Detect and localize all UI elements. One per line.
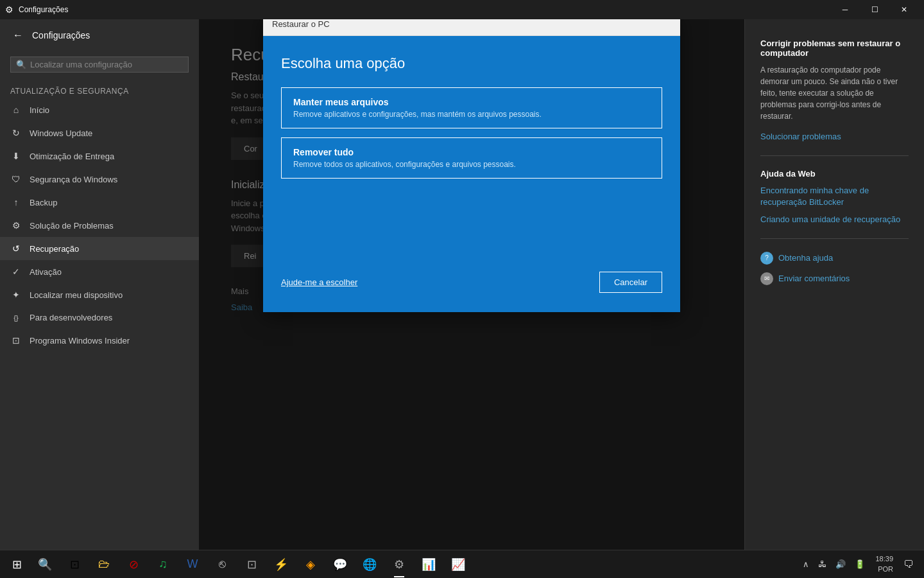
taskbar-cancel-icon[interactable]: ⊘	[119, 550, 148, 579]
back-button[interactable]: ←	[10, 27, 26, 44]
shield-icon: 🛡	[10, 174, 22, 184]
right-panel-divider-2	[760, 238, 909, 239]
sidebar-label-ativacao: Ativação	[30, 267, 62, 277]
minimize-button[interactable]: ─	[830, 0, 860, 19]
get-help-link[interactable]: Obtenha ajuda	[778, 252, 833, 264]
insider-icon: ⊡	[10, 335, 22, 346]
sidebar-app-title: Configurações	[32, 30, 90, 40]
clock: 18:39	[875, 554, 893, 564]
recovery-icon: ↺	[10, 243, 22, 254]
app-body: ← Configurações 🔍 Atualização e Seguranç…	[0, 19, 924, 550]
right-panel: Corrigir problemas sem restaurar o compu…	[744, 19, 924, 550]
modal-footer: Ajude-me a escolher Cancelar	[281, 259, 662, 293]
sidebar-item-localizar[interactable]: ✦ Localizar meu dispositivo	[0, 283, 199, 306]
language-indicator: POR	[875, 565, 893, 574]
send-feedback-link[interactable]: Enviar comentários	[778, 273, 850, 285]
taskbar-explorer-icon[interactable]: 🗁	[90, 550, 118, 579]
sidebar-item-recuperacao[interactable]: ↺ Recuperação	[0, 237, 199, 260]
maximize-button[interactable]: ☐	[860, 0, 889, 19]
remove-all-option[interactable]: Remover tudo Remove todos os aplicativos…	[281, 137, 662, 179]
taskbar-steam-icon[interactable]: ⎋	[208, 550, 236, 579]
network-icon[interactable]: 🖧	[816, 557, 829, 572]
remove-all-title: Remover tudo	[293, 147, 650, 157]
feedback-link-container[interactable]: ✉ Enviar comentários	[760, 272, 909, 285]
optimize-icon: ⬇	[10, 151, 22, 161]
notification-icon[interactable]: 🗨	[901, 556, 916, 573]
search-input[interactable]	[30, 60, 183, 69]
taskbar-browser-icon[interactable]: 🌐	[355, 550, 384, 579]
taskbar-word-icon[interactable]: W	[178, 550, 207, 579]
sidebar-header: ← Configurações	[0, 19, 199, 51]
start-button[interactable]: ⊞	[3, 550, 31, 579]
title-bar-controls: ─ ☐ ✕	[830, 0, 919, 19]
sidebar: ← Configurações 🔍 Atualização e Seguranç…	[0, 19, 199, 550]
backup-icon: ↑	[10, 197, 22, 207]
taskbar-right: ∧ 🖧 🔊 🔋 18:39 POR 🗨	[800, 552, 921, 577]
right-panel-divider	[760, 155, 909, 156]
search-icon: 🔍	[16, 60, 26, 69]
taskbar-view-icon[interactable]: ⊡	[60, 550, 89, 579]
sidebar-label-solucao: Solução de Problemas	[30, 221, 114, 231]
keep-files-option[interactable]: Manter meus arquivos Remove aplicativos …	[281, 87, 662, 128]
keep-files-title: Manter meus arquivos	[293, 97, 650, 107]
taskbar-icons: 🔍 ⊡ 🗁 ⊘ ♫ W ⎋ ⊡ ⚡ ◈ 💬 🌐 ⚙ 📊 📈	[31, 550, 800, 579]
activation-icon: ✓	[10, 267, 22, 277]
sidebar-label-otimizacao: Otimização de Entrega	[30, 152, 114, 161]
feedback-icon: ✉	[760, 272, 773, 285]
help-title: Ajuda da Web	[760, 169, 909, 179]
dev-icon: {}	[10, 314, 22, 322]
sidebar-item-backup[interactable]: ↑ Backup	[0, 191, 199, 214]
taskbar-spotify-icon[interactable]: ♫	[149, 550, 177, 579]
sidebar-item-otimizacao[interactable]: ⬇ Otimização de Entrega	[0, 144, 199, 168]
taskbar-search-icon[interactable]: 🔍	[31, 550, 59, 579]
search-box: 🔍	[10, 57, 189, 73]
taskbar-app-icon[interactable]: ⊡	[237, 550, 266, 579]
taskbar-coin-icon[interactable]: ◈	[296, 550, 325, 579]
sidebar-item-insider[interactable]: ⊡ Programa Windows Insider	[0, 329, 199, 352]
taskbar-time[interactable]: 18:39 POR	[871, 552, 897, 577]
title-bar-left: ⚙ Configurações	[5, 4, 68, 15]
modal-overlay: Restaurar o PC Escolha uma opção Manter …	[199, 19, 744, 550]
correct-desc: A restauração do computador pode demorar…	[760, 64, 909, 122]
home-icon: ⌂	[10, 105, 22, 115]
close-button[interactable]: ✕	[889, 0, 919, 19]
taskbar-flash-icon[interactable]: ⚡	[267, 550, 295, 579]
sidebar-label-backup: Backup	[30, 198, 57, 207]
main-content: Recuperação Restaurar o PC Se o seu comp…	[199, 19, 744, 550]
remove-all-desc: Remove todos os aplicativos, configuraçõ…	[293, 160, 650, 169]
taskbar-settings-icon[interactable]: ⚙	[385, 550, 413, 579]
bitlocker-link[interactable]: Encontrando minha chave de recuperação B…	[760, 185, 909, 208]
help-icon: ?	[760, 252, 773, 265]
sidebar-item-windows-update[interactable]: ↻ Windows Update	[0, 121, 199, 144]
taskbar: ⊞ 🔍 ⊡ 🗁 ⊘ ♫ W ⎋ ⊡ ⚡ ◈ 💬 🌐 ⚙ 📊 📈 ∧ 🖧 🔊 🔋 …	[0, 550, 924, 578]
sidebar-item-inicio[interactable]: ⌂ Início	[0, 98, 199, 121]
sidebar-item-ativacao[interactable]: ✓ Ativação	[0, 260, 199, 283]
keep-files-desc: Remove aplicativos e configurações, mas …	[293, 110, 650, 119]
taskbar-chart-icon[interactable]: 📊	[415, 550, 443, 579]
modal-title-bar: Restaurar o PC	[263, 19, 680, 36]
sidebar-label-localizar: Localizar meu dispositivo	[30, 290, 123, 300]
volume-icon[interactable]: 🔊	[833, 557, 848, 572]
sidebar-item-seguranca[interactable]: 🛡 Segurança do Windows	[0, 168, 199, 191]
taskbar-chat-icon[interactable]: 💬	[326, 550, 354, 579]
troubleshoot-icon: ⚙	[10, 220, 22, 231]
sidebar-section-label: Atualização e Segurança	[0, 78, 199, 98]
help-me-choose-link[interactable]: Ajude-me a escolher	[281, 277, 357, 287]
battery-icon[interactable]: 🔋	[852, 557, 868, 572]
sidebar-label-inicio: Início	[30, 105, 49, 115]
restore-modal: Restaurar o PC Escolha uma opção Manter …	[263, 19, 680, 312]
update-icon: ↻	[10, 128, 22, 138]
sidebar-item-solucao[interactable]: ⚙ Solução de Problemas	[0, 214, 199, 237]
sidebar-item-desenvolvedores[interactable]: {} Para desenvolvedores	[0, 306, 199, 329]
solve-problems-link[interactable]: Solucionar problemas	[760, 131, 909, 143]
locate-icon: ✦	[10, 290, 22, 300]
recovery-unit-link[interactable]: Criando uma unidade de recuperação	[760, 214, 909, 225]
correct-title: Corrigir problemas sem restaurar o compu…	[760, 39, 909, 58]
sidebar-label-desenvolvedores: Para desenvolvedores	[30, 313, 112, 322]
cancel-button[interactable]: Cancelar	[599, 272, 662, 293]
modal-body: Escolha uma opção Manter meus arquivos R…	[263, 36, 680, 312]
taskbar-chart2-icon[interactable]: 📈	[444, 550, 472, 579]
title-bar: ⚙ Configurações ─ ☐ ✕	[0, 0, 924, 19]
get-help-link-container[interactable]: ? Obtenha ajuda	[760, 252, 909, 265]
chevron-up-icon[interactable]: ∧	[800, 557, 812, 572]
